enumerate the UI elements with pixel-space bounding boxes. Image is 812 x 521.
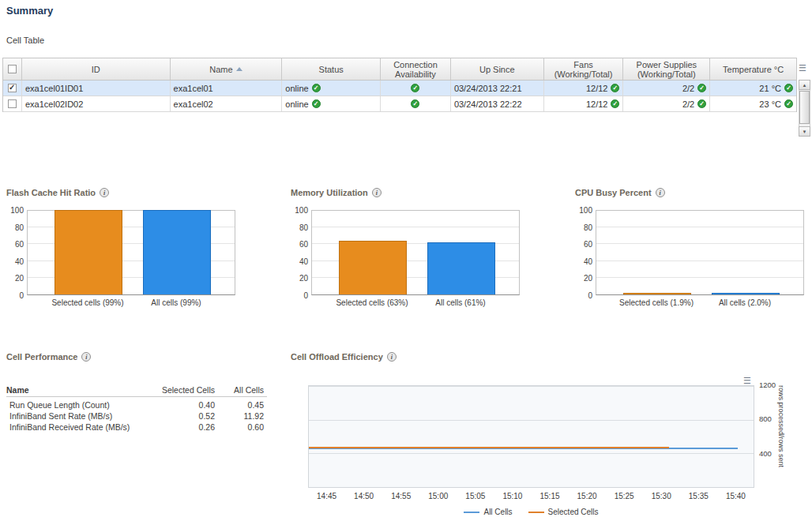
gridline bbox=[596, 227, 803, 227]
chart-title-text: CPU Busy Percent bbox=[575, 188, 652, 197]
table-view-menu-icon[interactable] bbox=[799, 63, 810, 73]
col-header-connection-line2: Availability bbox=[395, 69, 436, 79]
x-axis-tick-label: 15:40 bbox=[717, 492, 754, 500]
power-text: 2/2 bbox=[682, 84, 694, 93]
row-checkbox-cell bbox=[3, 96, 22, 111]
scrollbar-up-button[interactable]: ▲ bbox=[799, 80, 810, 90]
info-icon[interactable] bbox=[100, 188, 109, 197]
temperature-text: 21 °C bbox=[759, 84, 781, 93]
connection-ok-icon bbox=[411, 99, 419, 108]
col-header-status-label: Status bbox=[319, 65, 344, 74]
perf-selected-value: 0.52 bbox=[158, 411, 215, 421]
row-checkbox[interactable] bbox=[8, 84, 17, 92]
col-header-id[interactable]: ID bbox=[22, 58, 171, 80]
perf-metric-name: Run Queue Length (Count) bbox=[6, 400, 158, 410]
bar-selected-cells bbox=[339, 241, 407, 294]
cell-power-supplies: 2/2 bbox=[623, 96, 710, 111]
x-axis: Selected cells (99%)All cells (99%) bbox=[27, 298, 235, 308]
info-icon[interactable] bbox=[387, 352, 397, 362]
table-scrollbar[interactable]: ▲ ▼ bbox=[799, 80, 810, 137]
select-all-cell bbox=[3, 58, 22, 80]
col-header-fans-line2: (Working/Total) bbox=[554, 69, 613, 79]
col-header-up-since-label: Up Since bbox=[479, 65, 515, 74]
cell-offload-efficiency-chart: Cell Offload Efficiency 4008001200 rows … bbox=[291, 352, 812, 521]
section-title: Cell Performance bbox=[6, 352, 279, 362]
power-ok-icon bbox=[697, 84, 706, 92]
y-axis-tick-label: 20 bbox=[584, 274, 592, 283]
cpu-busy-percent-chart: CPU Busy Percent 020406080100 Selected c… bbox=[575, 188, 812, 197]
x-axis-tick-label: 14:45 bbox=[308, 492, 345, 500]
gridline bbox=[312, 227, 519, 227]
gridline bbox=[309, 420, 754, 421]
info-icon[interactable] bbox=[656, 188, 665, 197]
scrollbar-down-button[interactable]: ▼ bbox=[799, 126, 810, 137]
col-header-temperature[interactable]: Temperature °C bbox=[710, 58, 796, 80]
cell-status: online bbox=[282, 81, 381, 96]
y-axis: 020406080100 bbox=[6, 210, 25, 295]
page-title: Summary bbox=[6, 5, 53, 17]
col-header-name[interactable]: Name bbox=[171, 58, 283, 80]
col-header-status[interactable]: Status bbox=[282, 58, 381, 80]
col-header-power-supplies[interactable]: Power Supplies(Working/Total) bbox=[623, 58, 710, 80]
power-ok-icon bbox=[697, 99, 706, 108]
y-axis-tick-label: 80 bbox=[299, 223, 308, 231]
memory-utilization-chart: Memory Utilization 020406080100 Selected… bbox=[291, 188, 543, 197]
cell-up-since: 03/24/2013 22:21 bbox=[451, 81, 544, 96]
y-axis-tick-label: 40 bbox=[299, 257, 308, 265]
legend-label: Selected Cells bbox=[548, 508, 599, 516]
select-all-checkbox[interactable] bbox=[8, 65, 17, 73]
x-axis-tick-label: 15:30 bbox=[643, 492, 680, 500]
fans-text: 12/12 bbox=[586, 84, 608, 93]
cell-status: online bbox=[282, 96, 381, 111]
cell-connection-availability bbox=[381, 81, 451, 96]
plot-area bbox=[27, 210, 235, 295]
scrollbar-track[interactable] bbox=[799, 90, 810, 126]
x-category-label: All cells (61%) bbox=[405, 298, 516, 307]
x-axis: Selected cells (1.9%)All cells (2.0%) bbox=[596, 298, 804, 308]
table-row[interactable]: exa1cel01ID01 exa1cel01 online 03/24/201… bbox=[3, 81, 796, 96]
perf-row: Run Queue Length (Count) 0.40 0.45 bbox=[6, 399, 267, 410]
info-icon[interactable] bbox=[81, 352, 91, 362]
perf-metric-name: InfiniBand Sent Rate (MB/s) bbox=[6, 411, 158, 421]
section-title-text: Cell Performance bbox=[6, 352, 77, 362]
legend-item: All Cells bbox=[464, 508, 512, 516]
col-header-up-since[interactable]: Up Since bbox=[451, 58, 544, 80]
perf-selected-value: 0.40 bbox=[158, 400, 215, 410]
y-axis-tick-label: 400 bbox=[759, 449, 772, 458]
col-header-name-label: Name bbox=[209, 65, 232, 74]
x-axis-tick-label: 15:25 bbox=[606, 492, 643, 500]
row-checkbox-cell bbox=[3, 81, 22, 96]
scrollbar-thumb[interactable] bbox=[799, 91, 810, 124]
col-header-power-line1: Power Supplies bbox=[637, 60, 697, 69]
legend-swatch-all-cells bbox=[464, 512, 479, 513]
row-checkbox[interactable] bbox=[8, 99, 17, 108]
perf-all-value: 11.92 bbox=[215, 411, 264, 421]
chart-view-menu-icon[interactable] bbox=[743, 376, 754, 385]
sort-ascending-icon bbox=[236, 67, 242, 71]
cell-fans: 12/12 bbox=[544, 96, 624, 111]
col-header-connection-availability[interactable]: ConnectionAvailability bbox=[381, 58, 451, 80]
col-header-fans-line1: Fans bbox=[573, 60, 592, 69]
col-header-connection-line1: Connection bbox=[393, 60, 438, 69]
temperature-ok-icon bbox=[784, 84, 793, 92]
col-header-fans[interactable]: Fans(Working/Total) bbox=[544, 58, 624, 80]
info-icon[interactable] bbox=[372, 188, 382, 197]
y-axis-tick-label: 40 bbox=[584, 257, 592, 265]
y-axis-tick-label: 0 bbox=[19, 291, 24, 300]
cell-performance-section: Cell Performance Name Selected Cells All… bbox=[6, 352, 279, 362]
temperature-text: 23 °C bbox=[759, 99, 781, 109]
y-axis-tick-label: 20 bbox=[15, 274, 24, 283]
power-text: 2/2 bbox=[682, 99, 694, 109]
cell-performance-table: Name Selected Cells All Cells Run Queue … bbox=[6, 384, 267, 433]
status-text: online bbox=[285, 99, 308, 109]
bar-selected-cells bbox=[55, 210, 122, 294]
y-axis: 020406080100 bbox=[291, 210, 310, 295]
plot-area bbox=[308, 385, 754, 488]
y-axis-tick-label: 80 bbox=[15, 223, 24, 231]
cell-temperature: 21 °C bbox=[710, 81, 796, 96]
bar-all-cells bbox=[427, 242, 495, 294]
table-row[interactable]: exa1cel02ID02 exa1cel02 online 03/24/201… bbox=[3, 96, 796, 112]
gridline bbox=[309, 386, 754, 387]
y-axis-tick-label: 800 bbox=[759, 414, 772, 423]
y-axis-tick-label: 20 bbox=[299, 274, 308, 283]
